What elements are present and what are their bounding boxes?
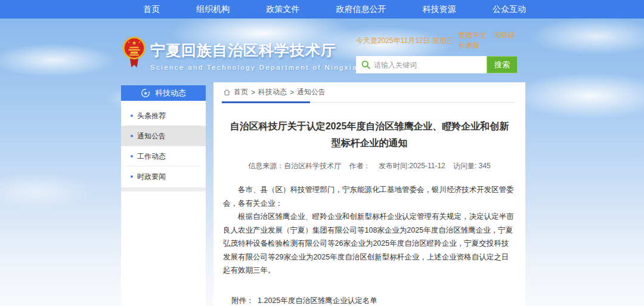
- meta-author: 作者：: [349, 162, 371, 170]
- sidebar-item-headlines[interactable]: 头条推荐: [121, 106, 206, 126]
- circular-star-icon: ★: [141, 88, 150, 98]
- search-icon: [361, 60, 370, 69]
- sidebar-item-work-updates[interactable]: 工作动态: [121, 146, 206, 166]
- link-elder-version[interactable]: 长者版: [459, 41, 480, 50]
- attachment-link-1[interactable]: 1.2025年度自治区雏鹰企业认定名单: [258, 295, 377, 306]
- meta-views: 访问量: 345: [453, 162, 491, 170]
- nav-item-tech-resources[interactable]: 科技资源: [423, 4, 456, 15]
- article-panel: 首页 > 科技动态 > 通知公告 自治区科技厅关于认定2025年度自治区雏鹰企业…: [213, 82, 525, 306]
- nav-item-policy-documents[interactable]: 政策文件: [266, 4, 299, 15]
- sidebar-item-label: 工作动态: [137, 152, 166, 162]
- svg-text:★: ★: [143, 91, 147, 96]
- article-title: 自治区科技厅关于认定2025年度自治区雏鹰企业、瞪羚企业和创新型标杆企业的通知: [230, 118, 510, 152]
- header-right: 今天是2025年11月12日 星期三 繁體中文 无障碍 长者版 搜索: [356, 30, 518, 73]
- article-meta: 信息来源：自治区科学技术厅 作者： 发布时间:2025-11-12 访问量: 3…: [223, 161, 516, 171]
- sidebar-item-label: 头条推荐: [137, 111, 166, 121]
- search-button[interactable]: 搜索: [487, 56, 518, 73]
- site-title: 宁夏回族自治区科学技术厅: [150, 41, 358, 60]
- article-body: 各市、县（区）科技管理部门，宁东能源化工基地管委会，银川经济技术开发区管委会，各…: [223, 183, 516, 277]
- bullet-dot-icon: [131, 175, 133, 178]
- search-bar: 搜索: [356, 56, 518, 73]
- bullet-dot-icon: [131, 115, 133, 117]
- sidebar-item-notices[interactable]: 通知公告: [121, 126, 206, 146]
- search-input[interactable]: [374, 61, 486, 69]
- sidebar-title: 科技动态: [155, 88, 186, 98]
- meta-publish-date: 发布时间:2025-11-12: [379, 162, 445, 170]
- breadcrumb-home[interactable]: 首页: [234, 87, 248, 97]
- bullet-dot-icon: [131, 135, 133, 137]
- svg-text:★: ★: [132, 40, 137, 46]
- attachments-block: 附件： 1.2025年度自治区雏鹰企业认定名单 2.2025年度自治区瞪羚企业认…: [223, 295, 516, 306]
- breadcrumb-accent-underline: [222, 101, 310, 103]
- sidebar-item-label: 时政要闻: [137, 172, 166, 182]
- site-brand: 宁夏回族自治区科学技术厅 Science and Technology Depa…: [150, 41, 358, 71]
- link-accessibility[interactable]: 无障碍: [494, 31, 515, 39]
- national-emblem-logo: ★ ★ ★: [122, 36, 146, 72]
- nav-item-gov-info-disclosure[interactable]: 政府信息公开: [336, 4, 386, 15]
- sidebar-header: ★ 科技动态: [121, 85, 206, 101]
- sidebar-end-divider: [121, 187, 206, 191]
- breadcrumb-separator: >: [290, 88, 294, 97]
- home-icon: [223, 88, 231, 96]
- svg-text:★: ★: [138, 41, 141, 44]
- emblem-graphic: ★ ★ ★: [122, 36, 146, 69]
- sidebar-item-current-politics[interactable]: 时政要闻: [121, 166, 206, 187]
- bullet-dot-icon: [131, 155, 133, 157]
- nav-item-organization[interactable]: 组织机构: [196, 4, 230, 15]
- breadcrumb-tech-news[interactable]: 科技动态: [258, 87, 287, 97]
- svg-text:★: ★: [128, 41, 130, 44]
- breadcrumb-notices[interactable]: 通知公告: [297, 87, 326, 97]
- top-nav: 首页 组织机构 政策文件 政府信息公开 科技资源 公众互动: [0, 0, 644, 18]
- nav-item-public-interaction[interactable]: 公众互动: [493, 4, 526, 15]
- meta-source: 信息来源：自治区科学技术厅: [248, 162, 341, 170]
- link-traditional-chinese[interactable]: 繁體中文: [459, 31, 487, 39]
- body-paragraph: 各市、县（区）科技管理部门，宁东能源化工基地管委会，银川经济技术开发区管委会，各…: [223, 183, 516, 210]
- breadcrumb-separator: >: [251, 88, 255, 97]
- body-paragraph: 根据自治区雏鹰企业、瞪羚企业和创新型标杆企业认定管理有关规定，决定认定半亩良人农…: [223, 210, 516, 277]
- site-subtitle: Science and Technology Department of Nin…: [150, 64, 358, 71]
- breadcrumb: 首页 > 科技动态 > 通知公告: [223, 82, 516, 103]
- sidebar-item-label: 通知公告: [137, 131, 166, 141]
- attachments-label: 附件：: [231, 295, 258, 306]
- sidebar: ★ 科技动态 头条推荐 通知公告 工作动态 时政要闻: [121, 85, 206, 306]
- nav-item-home[interactable]: 首页: [143, 4, 160, 15]
- current-date: 今天是2025年11月12日 星期三: [356, 36, 454, 46]
